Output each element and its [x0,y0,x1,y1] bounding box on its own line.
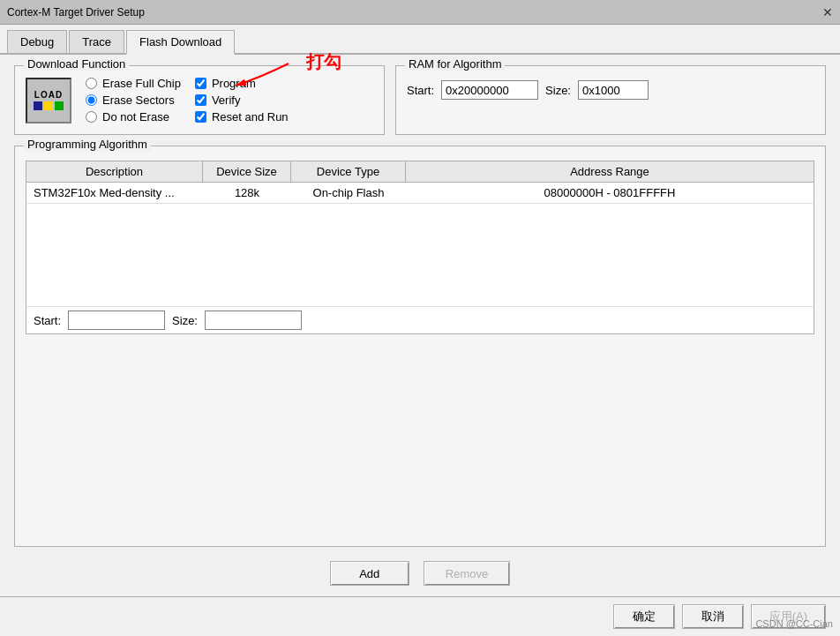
table-header: Description Device Size Device Type Addr… [26,161,814,183]
col-address-range: Address Range [406,161,814,182]
remove-button[interactable]: Remove [424,561,510,586]
title-bar: Cortex-M Target Driver Setup ✕ [0,0,840,25]
load-icon: LOAD [26,78,71,123]
size-label-2: Size: [172,314,198,327]
checkbox-reset-and-run-input[interactable] [195,111,206,123]
radio-do-not-erase-label: Do not Erase [102,110,169,123]
table-body: STM32F10x Med-density ... 128k On-chip F… [26,183,814,306]
radio-erase-full-chip-label: Erase Full Chip [102,77,181,90]
annotation-text: 打勾 [306,52,341,71]
col-device-type: Device Type [291,161,406,182]
checkbox-program-label: Program [212,77,256,90]
checkbox-reset-and-run[interactable]: Reset and Run [195,110,289,123]
title-bar-text: Cortex-M Target Driver Setup [7,6,145,19]
radio-do-not-erase[interactable]: Do not Erase [86,110,181,123]
algorithm-table: Description Device Size Device Type Addr… [26,161,814,334]
ok-button[interactable]: 确定 [613,604,675,629]
footer: 确定 取消 应用(A) [0,596,840,636]
load-icon-graphic [34,101,64,110]
radio-erase-sectors[interactable]: Erase Sectors [86,94,181,107]
tab-flash-download[interactable]: Flash Download [126,30,235,55]
annotation-container: 打勾 [306,50,341,74]
add-button[interactable]: Add [330,561,409,586]
cell-device-size: 128k [203,183,291,203]
download-function-inner: LOAD Erase Full Chip [26,77,373,123]
ram-row: Start: Size: [407,80,814,100]
start-label-2: Start: [34,314,61,327]
radio-group: Erase Full Chip Erase Sectors Do not Era… [86,77,181,123]
dialog: Debug Trace Flash Download Download Func… [0,25,840,636]
tab-debug[interactable]: Debug [7,30,67,53]
radio-erase-full-chip[interactable]: Erase Full Chip [86,77,181,90]
icon-square-2 [44,101,53,110]
checkbox-reset-and-run-label: Reset and Run [212,110,289,123]
tab-bar: Debug Trace Flash Download [0,25,840,55]
algo-start-input[interactable] [68,311,165,330]
top-groups: Download Function LOAD [14,65,826,135]
close-icon[interactable]: ✕ [822,5,833,19]
size-input[interactable] [578,80,649,100]
start-input[interactable] [441,80,538,100]
checkbox-verify[interactable]: Verify [195,94,289,107]
checkbox-verify-input[interactable] [195,94,206,106]
cell-device-type: On-chip Flash [291,183,406,203]
programming-algorithm-title: Programming Algorithm [24,138,151,151]
size-label: Size: [545,84,571,97]
load-icon-text: LOAD [34,90,63,100]
radio-erase-sectors-label: Erase Sectors [102,94,175,107]
radio-do-not-erase-input[interactable] [86,111,97,123]
table-bottom-row: Start: Size: [26,306,814,333]
ram-algorithm-title: RAM for Algorithm [405,57,505,71]
icon-square-3 [55,101,64,110]
table-row[interactable]: STM32F10x Med-density ... 128k On-chip F… [26,183,814,204]
download-function-title: Download Function [24,57,129,71]
start-label: Start: [407,84,434,97]
radio-erase-sectors-input[interactable] [86,94,97,106]
cell-description: STM32F10x Med-density ... [26,183,203,203]
cell-address-range: 08000000H - 0801FFFFH [406,183,814,203]
download-function-group: Download Function LOAD [14,65,385,135]
col-device-size: Device Size [203,161,291,182]
checkbox-program-input[interactable] [195,78,206,89]
col-description: Description [26,161,203,182]
icon-square-1 [34,101,42,110]
radio-erase-full-chip-input[interactable] [86,78,97,89]
buttons-row: Add Remove [14,561,826,586]
ram-algorithm-group: RAM for Algorithm Start: Size: [395,65,826,135]
tab-trace[interactable]: Trace [69,30,124,53]
watermark: CSDN @CC-Cian [755,618,833,629]
algo-size-input[interactable] [205,311,302,330]
cancel-button[interactable]: 取消 [682,604,744,629]
main-content: Download Function LOAD [0,55,840,596]
checkbox-verify-label: Verify [212,94,241,107]
programming-algorithm-group: Programming Algorithm Description Device… [14,146,826,547]
checkbox-program[interactable]: Program [195,77,289,90]
checkbox-group: Program Verify Reset and Run 打勾 [195,77,289,123]
